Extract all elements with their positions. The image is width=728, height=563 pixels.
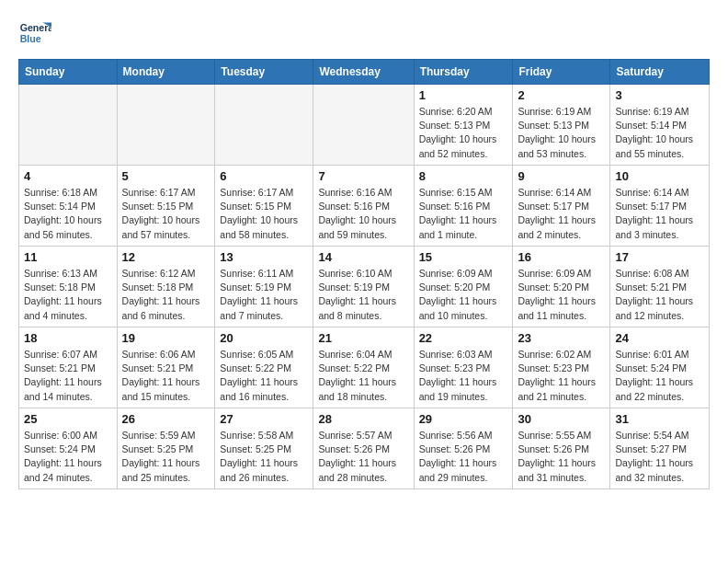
calendar-cell: 26Sunrise: 5:59 AM Sunset: 5:25 PM Dayli… <box>117 408 215 489</box>
day-info: Sunrise: 6:02 AM Sunset: 5:23 PM Dayligh… <box>518 348 605 404</box>
day-info: Sunrise: 5:58 AM Sunset: 5:25 PM Dayligh… <box>220 429 308 485</box>
day-number: 24 <box>615 331 704 345</box>
day-info: Sunrise: 6:15 AM Sunset: 5:16 PM Dayligh… <box>419 186 508 242</box>
day-info: Sunrise: 6:12 AM Sunset: 5:18 PM Dayligh… <box>122 267 210 323</box>
day-info: Sunrise: 6:17 AM Sunset: 5:15 PM Dayligh… <box>220 186 308 242</box>
day-number: 12 <box>122 250 210 264</box>
day-info: Sunrise: 6:17 AM Sunset: 5:15 PM Dayligh… <box>122 186 210 242</box>
day-info: Sunrise: 5:59 AM Sunset: 5:25 PM Dayligh… <box>122 429 210 485</box>
day-info: Sunrise: 6:18 AM Sunset: 5:14 PM Dayligh… <box>24 186 112 242</box>
weekday-header-saturday: Saturday <box>610 60 710 85</box>
day-info: Sunrise: 6:07 AM Sunset: 5:21 PM Dayligh… <box>24 348 112 404</box>
calendar-cell: 21Sunrise: 6:04 AM Sunset: 5:22 PM Dayli… <box>313 327 414 408</box>
calendar-cell: 3Sunrise: 6:19 AM Sunset: 5:14 PM Daylig… <box>610 85 710 166</box>
week-row-2: 4Sunrise: 6:18 AM Sunset: 5:14 PM Daylig… <box>19 166 710 247</box>
calendar-cell: 2Sunrise: 6:19 AM Sunset: 5:13 PM Daylig… <box>513 85 610 166</box>
calendar-cell <box>117 85 215 166</box>
day-info: Sunrise: 6:00 AM Sunset: 5:24 PM Dayligh… <box>24 429 112 485</box>
calendar-cell: 25Sunrise: 6:00 AM Sunset: 5:24 PM Dayli… <box>19 408 118 489</box>
day-info: Sunrise: 5:55 AM Sunset: 5:26 PM Dayligh… <box>518 429 605 485</box>
day-number: 27 <box>220 412 308 426</box>
calendar-cell: 12Sunrise: 6:12 AM Sunset: 5:18 PM Dayli… <box>117 247 215 327</box>
calendar-cell: 17Sunrise: 6:08 AM Sunset: 5:21 PM Dayli… <box>610 247 710 327</box>
day-info: Sunrise: 6:09 AM Sunset: 5:20 PM Dayligh… <box>518 267 605 323</box>
day-number: 22 <box>419 331 508 345</box>
calendar-cell: 24Sunrise: 6:01 AM Sunset: 5:24 PM Dayli… <box>610 327 710 408</box>
weekday-header-monday: Monday <box>117 60 215 85</box>
day-info: Sunrise: 6:04 AM Sunset: 5:22 PM Dayligh… <box>318 348 408 404</box>
day-number: 3 <box>615 88 704 102</box>
day-number: 5 <box>122 169 210 183</box>
calendar-cell: 18Sunrise: 6:07 AM Sunset: 5:21 PM Dayli… <box>19 327 118 408</box>
day-info: Sunrise: 6:10 AM Sunset: 5:19 PM Dayligh… <box>318 267 408 323</box>
page: General Blue SundayMondayTuesdayWednesda… <box>0 0 728 506</box>
calendar-cell: 7Sunrise: 6:16 AM Sunset: 5:16 PM Daylig… <box>313 166 414 247</box>
calendar-cell: 6Sunrise: 6:17 AM Sunset: 5:15 PM Daylig… <box>215 166 313 247</box>
day-number: 20 <box>220 331 308 345</box>
week-row-4: 18Sunrise: 6:07 AM Sunset: 5:21 PM Dayli… <box>19 327 710 408</box>
day-info: Sunrise: 6:13 AM Sunset: 5:18 PM Dayligh… <box>24 267 112 323</box>
calendar-cell: 16Sunrise: 6:09 AM Sunset: 5:20 PM Dayli… <box>513 247 610 327</box>
day-info: Sunrise: 5:56 AM Sunset: 5:26 PM Dayligh… <box>419 429 508 485</box>
day-number: 28 <box>318 412 408 426</box>
day-number: 16 <box>518 250 605 264</box>
calendar-cell: 9Sunrise: 6:14 AM Sunset: 5:17 PM Daylig… <box>513 166 610 247</box>
calendar-cell: 1Sunrise: 6:20 AM Sunset: 5:13 PM Daylig… <box>414 85 513 166</box>
day-number: 2 <box>518 88 605 102</box>
day-info: Sunrise: 6:20 AM Sunset: 5:13 PM Dayligh… <box>419 105 508 161</box>
calendar-cell: 14Sunrise: 6:10 AM Sunset: 5:19 PM Dayli… <box>313 247 414 327</box>
day-number: 21 <box>318 331 408 345</box>
day-number: 13 <box>220 250 308 264</box>
day-info: Sunrise: 6:11 AM Sunset: 5:19 PM Dayligh… <box>220 267 308 323</box>
day-number: 26 <box>122 412 210 426</box>
day-number: 30 <box>518 412 605 426</box>
day-number: 7 <box>318 169 408 183</box>
day-number: 18 <box>24 331 112 345</box>
day-number: 10 <box>615 169 704 183</box>
calendar-cell: 30Sunrise: 5:55 AM Sunset: 5:26 PM Dayli… <box>513 408 610 489</box>
day-number: 9 <box>518 169 605 183</box>
day-number: 15 <box>419 250 508 264</box>
week-row-5: 25Sunrise: 6:00 AM Sunset: 5:24 PM Dayli… <box>19 408 710 489</box>
calendar-cell <box>215 85 313 166</box>
day-number: 4 <box>24 169 112 183</box>
day-info: Sunrise: 6:06 AM Sunset: 5:21 PM Dayligh… <box>122 348 210 404</box>
week-row-3: 11Sunrise: 6:13 AM Sunset: 5:18 PM Dayli… <box>19 247 710 327</box>
calendar-table: SundayMondayTuesdayWednesdayThursdayFrid… <box>18 59 710 489</box>
day-info: Sunrise: 6:09 AM Sunset: 5:20 PM Dayligh… <box>419 267 508 323</box>
weekday-header-tuesday: Tuesday <box>215 60 313 85</box>
calendar-cell: 11Sunrise: 6:13 AM Sunset: 5:18 PM Dayli… <box>19 247 118 327</box>
day-number: 17 <box>615 250 704 264</box>
day-number: 11 <box>24 250 112 264</box>
day-number: 6 <box>220 169 308 183</box>
svg-text:Blue: Blue <box>20 33 41 44</box>
calendar-cell: 27Sunrise: 5:58 AM Sunset: 5:25 PM Dayli… <box>215 408 313 489</box>
day-number: 29 <box>419 412 508 426</box>
day-number: 8 <box>419 169 508 183</box>
day-info: Sunrise: 6:08 AM Sunset: 5:21 PM Dayligh… <box>615 267 704 323</box>
calendar-cell: 5Sunrise: 6:17 AM Sunset: 5:15 PM Daylig… <box>117 166 215 247</box>
logo-icon: General Blue <box>18 17 51 50</box>
calendar-cell: 19Sunrise: 6:06 AM Sunset: 5:21 PM Dayli… <box>117 327 215 408</box>
day-info: Sunrise: 5:54 AM Sunset: 5:27 PM Dayligh… <box>615 429 704 485</box>
day-number: 1 <box>419 88 508 102</box>
day-number: 19 <box>122 331 210 345</box>
day-info: Sunrise: 6:05 AM Sunset: 5:22 PM Dayligh… <box>220 348 308 404</box>
day-info: Sunrise: 6:19 AM Sunset: 5:14 PM Dayligh… <box>615 105 704 161</box>
day-info: Sunrise: 6:03 AM Sunset: 5:23 PM Dayligh… <box>419 348 508 404</box>
week-row-1: 1Sunrise: 6:20 AM Sunset: 5:13 PM Daylig… <box>19 85 710 166</box>
logo: General Blue <box>18 17 55 50</box>
day-number: 25 <box>24 412 112 426</box>
header: General Blue <box>18 17 710 50</box>
day-info: Sunrise: 6:16 AM Sunset: 5:16 PM Dayligh… <box>318 186 408 242</box>
day-info: Sunrise: 6:01 AM Sunset: 5:24 PM Dayligh… <box>615 348 704 404</box>
calendar-cell: 29Sunrise: 5:56 AM Sunset: 5:26 PM Dayli… <box>414 408 513 489</box>
calendar-cell: 10Sunrise: 6:14 AM Sunset: 5:17 PM Dayli… <box>610 166 710 247</box>
calendar-cell: 31Sunrise: 5:54 AM Sunset: 5:27 PM Dayli… <box>610 408 710 489</box>
day-info: Sunrise: 5:57 AM Sunset: 5:26 PM Dayligh… <box>318 429 408 485</box>
calendar-cell: 28Sunrise: 5:57 AM Sunset: 5:26 PM Dayli… <box>313 408 414 489</box>
calendar-cell: 22Sunrise: 6:03 AM Sunset: 5:23 PM Dayli… <box>414 327 513 408</box>
calendar-cell: 15Sunrise: 6:09 AM Sunset: 5:20 PM Dayli… <box>414 247 513 327</box>
calendar-cell: 4Sunrise: 6:18 AM Sunset: 5:14 PM Daylig… <box>19 166 118 247</box>
weekday-header-thursday: Thursday <box>414 60 513 85</box>
